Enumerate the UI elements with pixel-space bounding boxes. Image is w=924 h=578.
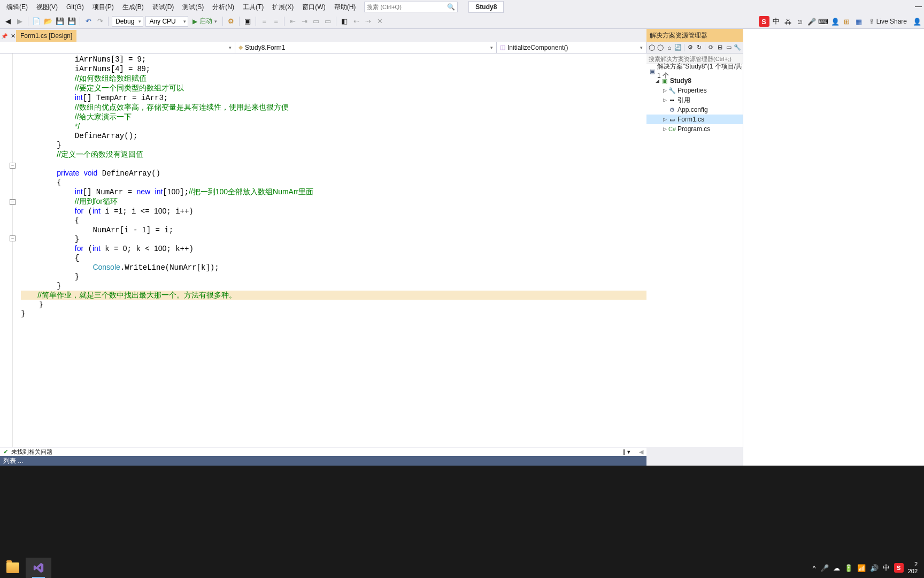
- issues-dd[interactable]: ∥ ▾: [622, 448, 630, 455]
- search-box[interactable]: 🔍: [364, 2, 458, 12]
- tool-btn[interactable]: ⇢: [363, 16, 373, 27]
- mic-icon[interactable]: 🎤: [807, 17, 817, 26]
- home-icon[interactable]: ⌂: [665, 43, 674, 52]
- sogou-tray-icon[interactable]: S: [894, 563, 904, 573]
- tray-clock[interactable]: 2202: [908, 561, 918, 575]
- tree-item-appconfig[interactable]: ⚙ App.config: [646, 105, 743, 115]
- forward-button[interactable]: ▶: [14, 16, 25, 27]
- keyboard-icon[interactable]: ⌨: [819, 17, 828, 26]
- menu-window[interactable]: 窗口(W): [298, 1, 329, 14]
- tool-btn[interactable]: ⇥: [299, 16, 310, 27]
- taskbar-visualstudio[interactable]: [26, 558, 51, 578]
- menu-debug[interactable]: 调试(D): [148, 1, 179, 14]
- tool-icon[interactable]: ↻: [695, 43, 703, 52]
- menu-test[interactable]: 测试(S): [178, 1, 208, 14]
- login-icon[interactable]: 👤: [830, 17, 840, 26]
- code-body[interactable]: iArrNums[3] = 9; iArrNums[4] = 89; //如何数…: [17, 54, 646, 447]
- back-button[interactable]: ◀: [3, 16, 13, 27]
- sogou-icon[interactable]: S: [759, 16, 769, 27]
- tool-btn[interactable]: ✕: [374, 16, 385, 27]
- new-button[interactable]: 📄: [31, 16, 42, 27]
- properties-icon[interactable]: 🔧: [733, 43, 742, 52]
- tool-btn[interactable]: ⇠: [351, 16, 361, 27]
- mic-icon[interactable]: 🎤: [820, 564, 829, 572]
- tab-pinned[interactable]: 📌 ✕: [0, 30, 16, 42]
- error-list-panel[interactable]: 列表 ...: [0, 456, 646, 466]
- menu-edit[interactable]: 编辑(E): [2, 1, 32, 14]
- collapse-icon[interactable]: ⊟: [715, 43, 724, 52]
- menu-extensions[interactable]: 扩展(X): [268, 1, 298, 14]
- tool-icon[interactable]: ⚙: [686, 43, 695, 52]
- fold-button[interactable]: −: [10, 199, 16, 205]
- class-dropdown[interactable]: ◆Study8.Form1: [235, 42, 497, 53]
- tool-btn[interactable]: ⇤: [287, 16, 298, 27]
- menu-tools[interactable]: 工具(T): [238, 1, 268, 14]
- volume-icon[interactable]: 🔊: [870, 564, 879, 572]
- undo-button[interactable]: ↶: [83, 16, 94, 27]
- save-all-button[interactable]: 💾: [66, 16, 77, 27]
- live-share-button[interactable]: ⇪ Live Share: [866, 18, 910, 25]
- solution-name[interactable]: Study8: [468, 1, 504, 13]
- tree-item-program[interactable]: ▷ C# Program.cs: [646, 124, 743, 134]
- tool-btn[interactable]: ▣: [242, 16, 253, 27]
- grid-icon[interactable]: ⊞: [842, 17, 852, 26]
- search-input[interactable]: [367, 4, 447, 10]
- expander-icon[interactable]: ◢: [654, 78, 660, 83]
- fold-button[interactable]: −: [10, 163, 16, 169]
- expander-icon[interactable]: ▷: [661, 97, 668, 103]
- skin-icon[interactable]: ▦: [854, 17, 864, 26]
- solution-explorer: 解决方案资源管理器 ◯ ◯ ⌂ 🔄 ⚙ ↻ ⟳ ⊟ ▭ 🔧 ▣ 解决方案"Stu…: [646, 29, 743, 447]
- account-icon[interactable]: 👤: [912, 17, 922, 26]
- menu-build[interactable]: 生成(B): [118, 1, 148, 14]
- expander-icon[interactable]: ▷: [661, 88, 668, 93]
- tree-solution-root[interactable]: ▣ 解决方案"Study8"(1 个项目/共 1 个: [646, 66, 743, 76]
- tree-item-properties[interactable]: ▷ 🔧 Properties: [646, 86, 743, 95]
- expander-icon[interactable]: ▷: [661, 117, 668, 122]
- tool-btn[interactable]: ▭: [311, 16, 321, 27]
- ime-icon[interactable]: ⁂: [783, 17, 793, 26]
- bookmark-button[interactable]: ◧: [339, 16, 350, 27]
- tool-btn[interactable]: ▭: [322, 16, 333, 27]
- save-button[interactable]: 💾: [55, 16, 65, 27]
- member-dropdown[interactable]: ◫InitializeComponent(): [497, 42, 646, 53]
- ime-tray[interactable]: 中: [883, 563, 890, 573]
- solution-config-dropdown[interactable]: Debug: [112, 16, 143, 27]
- tree-item-references[interactable]: ▷ ▪▪ 引用: [646, 95, 743, 105]
- sync-icon[interactable]: 🔄: [674, 43, 683, 52]
- solution-search-input[interactable]: [649, 56, 741, 62]
- emoji-icon[interactable]: ☺: [795, 17, 805, 26]
- minimize-button[interactable]: —: [915, 2, 922, 10]
- back-icon[interactable]: ◯: [648, 43, 656, 52]
- redo-button[interactable]: ↷: [95, 16, 105, 27]
- taskbar-explorer[interactable]: [0, 558, 26, 578]
- fwd-icon[interactable]: ◯: [657, 43, 665, 52]
- ime-label[interactable]: 中: [772, 17, 781, 26]
- fold-button[interactable]: −: [10, 235, 16, 241]
- menu-bar: 编辑(E) 视图(V) Git(G) 项目(P) 生成(B) 调试(D) 测试(…: [0, 0, 924, 14]
- wifi-icon[interactable]: 📶: [857, 564, 866, 572]
- tree-item-form1[interactable]: ▷ ▭ Form1.cs: [646, 115, 743, 124]
- open-button[interactable]: 📂: [43, 16, 53, 27]
- battery-icon[interactable]: 🔋: [844, 564, 853, 572]
- menu-project[interactable]: 项目(P): [88, 1, 118, 14]
- indent-increase-button[interactable]: ≡: [271, 16, 281, 27]
- tool-icon[interactable]: ▭: [725, 43, 733, 52]
- tab-form1-design[interactable]: Form1.cs [Design]: [16, 30, 76, 42]
- tool-btn[interactable]: ⚙: [226, 16, 236, 27]
- indent-decrease-button[interactable]: ≡: [259, 16, 270, 27]
- play-icon: ▶: [192, 18, 197, 25]
- close-icon[interactable]: ✕: [11, 33, 16, 40]
- tray-up-icon[interactable]: ^: [813, 564, 816, 572]
- start-button[interactable]: ▶ 启动 ▾: [189, 16, 220, 27]
- onedrive-icon[interactable]: ☁: [833, 564, 840, 572]
- platform-dropdown[interactable]: Any CPU: [145, 16, 188, 27]
- menu-help[interactable]: 帮助(H): [330, 1, 360, 14]
- menu-analyze[interactable]: 分析(N): [208, 1, 238, 14]
- menu-git[interactable]: Git(G): [62, 1, 88, 13]
- nav-back[interactable]: ◀: [639, 448, 643, 455]
- refresh-icon[interactable]: ⟳: [707, 43, 715, 52]
- project-dropdown[interactable]: [0, 42, 235, 53]
- taskbar: ^ 🎤 ☁ 🔋 📶 🔊 中 S 2202: [0, 558, 924, 578]
- menu-view[interactable]: 视图(V): [32, 1, 62, 14]
- expander-icon[interactable]: ▷: [661, 126, 668, 132]
